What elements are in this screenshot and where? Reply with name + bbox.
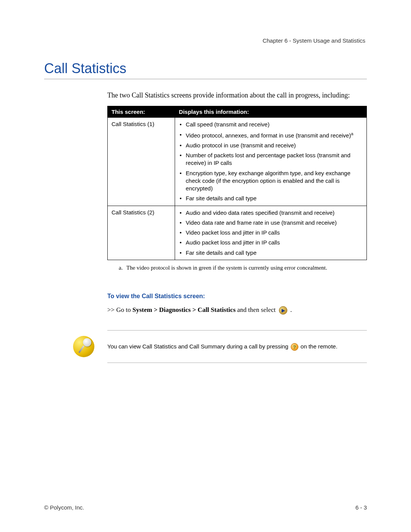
- list-item: Encryption type, key exchange algorithm …: [179, 169, 363, 193]
- list-item: Audio packet loss and jitter in IP calls: [179, 239, 363, 246]
- pushpin-icon: [73, 336, 94, 357]
- nav-prefix: >> Go to: [107, 306, 132, 313]
- list-item: Far site details and call type: [179, 195, 363, 202]
- footnote-ref: a: [351, 131, 353, 136]
- call-statistics-table: This screen: Displays this information: …: [107, 106, 367, 260]
- table-row: Call Statistics (2) Audio and video data…: [108, 206, 367, 260]
- footer-page-number: 6 - 3: [355, 504, 367, 511]
- list-item: Video protocol, annexes, and format in u…: [179, 131, 363, 139]
- note-text-after: on the remote.: [299, 343, 338, 350]
- cell-info-list: Audio and video data rates specified (tr…: [175, 206, 367, 260]
- help-icon: [291, 343, 298, 351]
- list-item: Video data rate and frame rate in use (t…: [179, 219, 363, 227]
- footnote-text: The video protocol is shown in green if …: [126, 265, 327, 271]
- subheading: To view the Call Statistics screen:: [107, 293, 367, 300]
- footnote: a.The video protocol is shown in green i…: [119, 264, 367, 272]
- page-title: Call Statistics: [44, 61, 367, 79]
- list-item: Audio protocol in use (transmit and rece…: [179, 142, 363, 149]
- note-text-before: You can view Call Statistics and Call Su…: [107, 343, 290, 350]
- note-text: You can view Call Statistics and Call Su…: [107, 342, 367, 351]
- intro-text: The two Call Statistics screens provide …: [107, 91, 367, 100]
- nav-path: System > Diagnostics > Call Statistics: [132, 306, 236, 313]
- arrow-right-icon: [279, 306, 287, 315]
- footnote-label: a.: [119, 264, 126, 272]
- nav-tail: .: [289, 306, 292, 313]
- chapter-header: Chapter 6 - System Usage and Statistics: [44, 37, 367, 44]
- footer-copyright: © Polycom, Inc.: [44, 504, 84, 511]
- nav-suffix: and then select: [236, 306, 277, 313]
- page: Chapter 6 - System Usage and Statistics …: [0, 0, 411, 532]
- content-block: The two Call Statistics screens provide …: [107, 91, 367, 363]
- cell-screen-name: Call Statistics (1): [108, 118, 175, 206]
- list-item: Far site details and call type: [179, 249, 363, 257]
- list-item: Video packet loss and jitter in IP calls: [179, 229, 363, 236]
- nav-instruction: >> Go to System > Diagnostics > Call Sta…: [107, 305, 367, 315]
- list-item: Number of packets lost and percentage pa…: [179, 152, 363, 167]
- list-item: Audio and video data rates specified (tr…: [179, 209, 363, 217]
- cell-screen-name: Call Statistics (2): [108, 206, 175, 260]
- page-footer: © Polycom, Inc. 6 - 3: [44, 504, 367, 511]
- note-icon-wrap: [73, 336, 100, 357]
- list-item: Call speed (transmit and receive): [179, 121, 363, 128]
- table-row: Call Statistics (1) Call speed (transmit…: [108, 118, 367, 206]
- table-header-info: Displays this information:: [175, 106, 367, 118]
- cell-info-list: Call speed (transmit and receive) Video …: [175, 118, 367, 206]
- note-block: You can view Call Statistics and Call Su…: [107, 330, 367, 363]
- table-header-screen: This screen:: [108, 106, 175, 118]
